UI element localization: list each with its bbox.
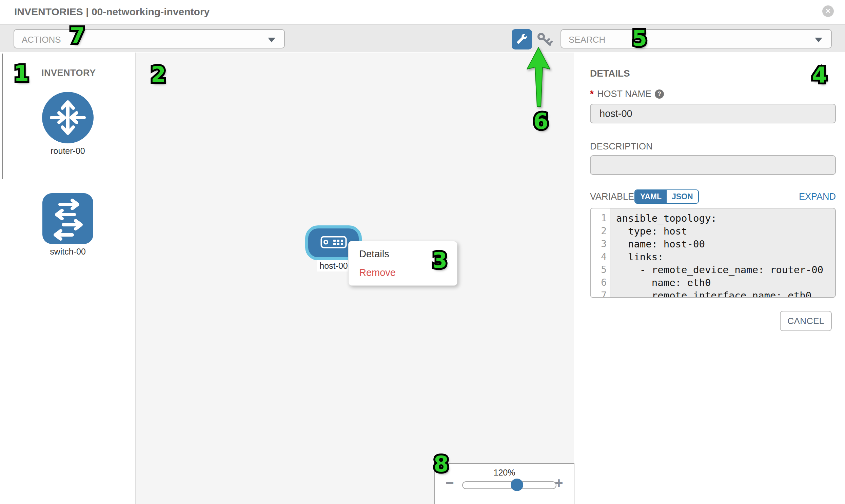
page-title: INVENTORIES | 00-networking-inventory [14,6,210,18]
inventory-topology-page: INVENTORIES | 00-networking-inventory ✕ … [0,0,845,504]
cancel-button[interactable]: CANCEL [780,311,832,331]
zoom-out-button[interactable]: − [445,476,454,490]
configure-topology-button[interactable] [512,29,532,50]
variables-label: VARIABLES [590,192,640,202]
topology-canvas[interactable]: host-00 Details Remove 120% − + [136,53,574,504]
toggle-json[interactable]: JSON [667,190,698,203]
code-line: 1ansible_topology: [591,212,835,225]
code-line: 5 - remote_device_name: router-00 [591,263,835,276]
actions-dropdown[interactable]: ACTIONS [14,29,285,49]
zoom-control: 120% − + [434,463,575,504]
code-line: 4 links: [591,251,835,263]
panel-scrollbar[interactable] [2,54,3,179]
key-credentials-button[interactable] [537,33,553,47]
inventory-palette-title: INVENTORY [41,68,96,78]
question-circle-icon[interactable]: ? [655,89,664,98]
variables-format-toggle: YAML JSON [634,190,699,204]
chevron-down-icon [268,38,275,42]
details-panel-title: DETAILS [590,68,630,79]
switch-icon [42,193,93,244]
variables-row: VARIABLES ? YAML JSON EXPAND [590,190,836,204]
code-line: 7 remote_interface_name: eth0 [591,289,835,298]
toggle-yaml[interactable]: YAML [635,190,667,203]
zoom-slider-track[interactable] [462,481,557,489]
description-label: DESCRIPTION [590,141,653,152]
menu-item-remove[interactable]: Remove [359,267,457,278]
zoom-in-button[interactable]: + [555,476,563,490]
host-icon [320,236,347,250]
host-name-input[interactable]: host-00 [590,104,836,123]
details-panel: DETAILS * HOST NAME ? host-00 DESCRIPTIO… [575,53,845,504]
key-icon [537,43,553,48]
inventory-palette: INVENTORY router-00 [0,53,136,504]
palette-item-switch[interactable]: switch-00 [42,193,93,256]
title-bar: INVENTORIES | 00-networking-inventory ✕ [0,0,845,24]
node-context-menu: Details Remove [348,241,457,286]
close-icon[interactable]: ✕ [822,5,834,17]
host-name-label-row: * HOST NAME ? [590,88,664,99]
host-node-label: host-00 [317,260,351,271]
palette-item-label: switch-00 [42,247,93,256]
search-dropdown-placeholder: SEARCH [569,35,605,45]
expand-link[interactable]: EXPAND [799,192,836,202]
actions-dropdown-placeholder: ACTIONS [22,35,61,45]
description-label-row: DESCRIPTION [590,141,653,152]
toolbar: ACTIONS SEARCH [0,24,845,52]
description-input[interactable] [590,155,836,175]
required-asterisk: * [590,88,594,99]
host-name-label: HOST NAME [597,89,651,99]
zoom-level-value: 120% [435,468,574,478]
search-dropdown[interactable]: SEARCH [561,29,832,49]
code-line: 6 name: eth0 [591,276,835,289]
variables-code-editor[interactable]: 1ansible_topology: 2 type: host 3 name: … [590,208,836,298]
zoom-slider-handle[interactable] [511,479,523,491]
code-line: 2 type: host [591,225,835,238]
router-icon [42,92,93,143]
code-line: 3 name: host-00 [591,238,835,251]
menu-item-details[interactable]: Details [359,249,457,259]
palette-item-label: router-00 [42,146,93,156]
palette-item-router[interactable]: router-00 [42,92,93,156]
chevron-down-icon [815,38,822,42]
